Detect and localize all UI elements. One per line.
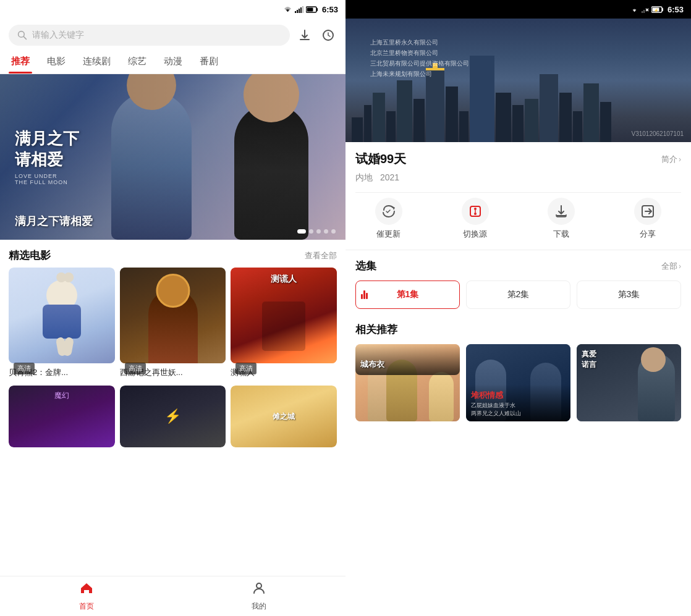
related-title: 相关推荐 — [355, 323, 681, 337]
dot-3 — [316, 229, 321, 234]
featured-movies-title: 精选电影 — [9, 248, 51, 263]
left-panel: 6:53 请输入关键字 推荐 电影 连续剧 综艺 动漫 — [0, 0, 346, 616]
urge-update-button[interactable]: 催更新 — [346, 198, 432, 240]
movie-thumb-5: ⚡ — [120, 386, 226, 447]
movie-card-1[interactable]: 高清 贝肯熊2：金牌... — [9, 268, 115, 379]
tab-animation[interactable]: 动漫 — [161, 51, 185, 74]
movie-card-6[interactable]: 傩之城 — [231, 386, 337, 447]
banner-bottom-text: 满月之下请相爱 — [15, 214, 93, 229]
time-right: 6:53 — [668, 5, 684, 14]
search-bar: 请输入关键字 — [9, 25, 337, 46]
share-label: 分享 — [640, 229, 656, 240]
action-buttons: 催更新 切换源 — [346, 193, 691, 250]
tab-drama[interactable]: 番剧 — [197, 51, 221, 74]
svg-rect-4 — [302, 6, 303, 13]
movie-card-5[interactable]: ⚡ — [120, 386, 226, 447]
video-version-text: V31012062107101 — [631, 130, 684, 137]
urge-update-icon — [375, 198, 402, 225]
episode-header: 选集 全部 › — [355, 259, 681, 273]
episode-section: 选集 全部 › 第1集 第2集 第3集 — [346, 250, 691, 314]
related-card-3[interactable]: 真爱诺言 — [577, 344, 681, 421]
episode-item-3[interactable]: 第3集 — [577, 281, 681, 309]
video-intro-link[interactable]: 简介 › — [661, 154, 681, 165]
related-overlay-1: 城布衣 — [355, 344, 460, 375]
download-icon-action — [548, 198, 575, 225]
nav-home[interactable]: 首页 — [0, 576, 173, 616]
svg-rect-0 — [295, 11, 296, 13]
home-icon — [79, 581, 94, 599]
related-card-1[interactable]: 城布衣 — [355, 344, 460, 421]
battery-icon — [306, 6, 318, 13]
video-player[interactable]: 上海五里桥永久有限公司 北京兰里桥物资有限公司 三北贸易有限公司提供资格有限公司… — [346, 19, 691, 142]
tab-variety[interactable]: 综艺 — [125, 51, 149, 74]
movie-card-4[interactable]: 魔幻 — [9, 386, 115, 447]
episode-item-2[interactable]: 第2集 — [466, 281, 570, 309]
dot-2 — [309, 229, 313, 234]
status-bar-left: 6:53 — [0, 0, 346, 19]
banner[interactable]: 满月之下 请相爱 LOVE UNDERTHE FULL MOON 满月之下请相爱 — [0, 74, 346, 240]
related-overlay-3: 真爱诺言 — [582, 349, 676, 370]
download-icon[interactable] — [296, 27, 313, 44]
view-all-link[interactable]: 查看全部 — [305, 250, 337, 261]
svg-rect-1 — [297, 10, 298, 13]
time-left: 6:53 — [322, 5, 338, 14]
nav-profile[interactable]: 我的 — [173, 576, 346, 616]
svg-point-20 — [474, 213, 477, 215]
svg-marker-18 — [392, 206, 395, 210]
related-card-2[interactable]: 堆积情感 乙屁姐妹血液于水 两界兄之义人难以山 — [466, 344, 570, 421]
video-meta: 内地 2021 — [346, 172, 691, 192]
video-bg: 上海五里桥永久有限公司 北京兰里桥物资有限公司 三北贸易有限公司提供资格有限公司… — [346, 19, 691, 142]
related-label-2a: 堆积情感 — [471, 390, 566, 401]
wifi-icon-right — [630, 6, 639, 13]
svg-text:⚡: ⚡ — [654, 8, 659, 13]
related-grid: 城布衣 堆积情感 乙屁姐妹血液于水 两界兄之义人难以山 — [355, 344, 681, 421]
nav-profile-label: 我的 — [252, 601, 266, 612]
episode-item-1[interactable]: 第1集 — [355, 281, 460, 309]
switch-source-label: 切换源 — [463, 229, 487, 240]
banner-dots — [297, 229, 336, 234]
svg-rect-13 — [643, 10, 645, 13]
video-region: 内地 — [355, 172, 373, 184]
episode-all-link[interactable]: 全部 › — [661, 261, 681, 272]
signal-icon — [295, 6, 303, 13]
dot-1 — [297, 229, 306, 234]
tab-series[interactable]: 连续剧 — [80, 51, 113, 74]
intro-chevron: › — [679, 155, 681, 164]
share-button[interactable]: 分享 — [604, 198, 691, 240]
svg-rect-15 — [662, 8, 663, 11]
movie-thumb-3: 测谎人 — [231, 268, 337, 363]
movie-card-2[interactable]: 高清 西游记之再世妖... — [120, 268, 226, 379]
download-button[interactable]: 下载 — [519, 198, 605, 240]
movie-badge-1: 高清 — [14, 363, 35, 374]
switch-source-button[interactable]: 切换源 — [432, 198, 519, 240]
tab-movie[interactable]: 电影 — [45, 51, 68, 74]
right-panel: ⚡ 6:53 — [346, 0, 691, 616]
nav-home-label: 首页 — [79, 601, 94, 612]
tabs: 推荐 电影 连续剧 综艺 动漫 番剧 — [0, 51, 346, 74]
switch-source-icon — [462, 198, 489, 225]
battery-icon-right: ⚡ — [651, 6, 664, 13]
dot-5 — [331, 229, 336, 234]
featured-movies-header: 精选电影 查看全部 — [0, 240, 346, 268]
search-icon — [17, 30, 27, 40]
svg-rect-7 — [307, 7, 313, 11]
banner-title-line1: 满月之下 — [15, 129, 79, 150]
history-icon[interactable] — [320, 27, 337, 44]
movie-card-3[interactable]: 测谎人 高清 测谎人 — [231, 268, 337, 379]
svg-rect-3 — [300, 7, 302, 13]
urge-update-label: 催更新 — [376, 229, 401, 240]
svg-rect-2 — [299, 9, 300, 13]
svg-rect-6 — [316, 8, 318, 11]
movie-thumb-6: 傩之城 — [231, 386, 337, 447]
episode-title: 选集 — [355, 259, 376, 273]
related-overlay-2: 堆积情感 乙屁姐妹血液于水 两界兄之义人难以山 — [466, 384, 570, 421]
banner-text: 满月之下 请相爱 LOVE UNDERTHE FULL MOON — [15, 129, 79, 185]
download-label: 下载 — [553, 229, 569, 240]
movie-thumb-1 — [9, 268, 115, 363]
svg-rect-12 — [642, 11, 643, 13]
search-input-wrapper[interactable]: 请输入关键字 — [9, 25, 290, 46]
intro-label: 简介 — [661, 154, 677, 165]
status-icons-left — [283, 6, 318, 13]
tab-recommend[interactable]: 推荐 — [9, 51, 32, 74]
movie-badge-2: 高清 — [125, 363, 146, 374]
